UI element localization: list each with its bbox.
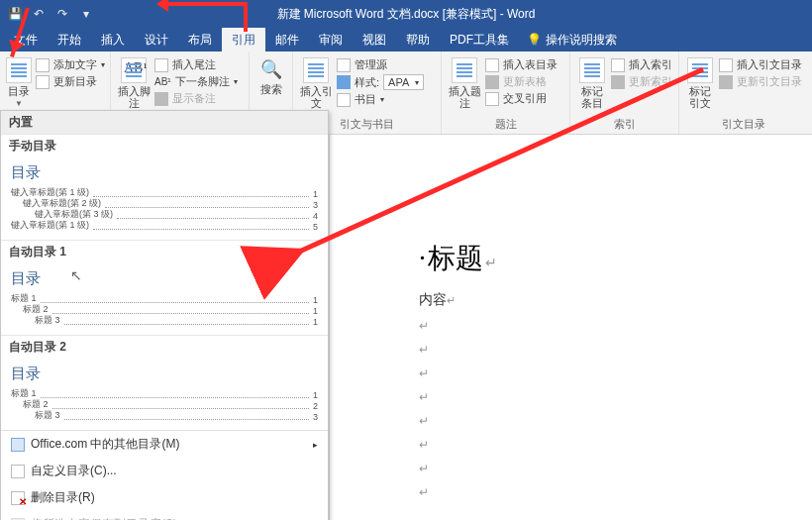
gallery-footer: Office.com 中的其他目录(M)▸ 自定义目录(C)... ✕删除目录(… [1,430,328,520]
preview-heading: 目录 [11,163,318,182]
paragraph-mark: ↵ [419,390,762,404]
cross-reference-button[interactable]: 交叉引用 [485,91,558,106]
remove-toc-label: 删除目录(R) [31,489,95,506]
qat-dropdown-icon[interactable]: ▾ [77,5,95,23]
cursor-icon: ↖ [70,267,82,283]
update-table-button[interactable]: 更新表格 [485,74,558,89]
preview-page: 5 [311,222,318,232]
caption-icon [452,57,477,83]
gallery-item-auto2[interactable]: 目录 标题 11 标题 22 标题 33 [1,359,328,430]
doc-body: 内容↵ [419,291,762,309]
add-text-button[interactable]: 添加文字▾ [36,57,105,72]
group-label-index: 索引 [570,117,678,132]
gallery-item-auto1[interactable]: ↖ 目录 标题 11 标题 21 标题 31 [1,263,328,335]
gallery-item-manual[interactable]: 目录 键入章标题(第 1 级)1 键入章标题(第 2 级)3 键入章标题(第 3… [1,157,328,240]
manage-sources-icon [337,58,351,72]
style-label: 样式: [355,75,379,90]
preview-heading: 目录 [11,364,318,383]
cross-ref-icon [485,92,499,106]
tab-home[interactable]: 开始 [48,28,91,52]
group-label-captions: 题注 [442,117,569,132]
custom-toc-label: 自定义目录(C)... [31,463,117,479]
toc-button-label: 目录 [8,85,30,97]
office-more-toc-button[interactable]: Office.com 中的其他目录(M)▸ [1,431,328,458]
mark-citation-label: 标记引文 [685,85,715,109]
footnote-icon: AB¹ [121,57,147,83]
show-notes-icon [154,92,168,106]
undo-icon[interactable]: ↶ [30,5,48,23]
update-toc-button[interactable]: 更新目录 [36,74,105,89]
gallery-item-auto2-header: 自动目录 2 [1,335,328,359]
insert-table-figures-button[interactable]: 插入表目录 [485,57,558,72]
preview-page: 1 [311,295,318,305]
gallery-item-manual-header: 手动目录 [1,134,328,157]
update-toc-icon [36,75,50,89]
tab-insert[interactable]: 插入 [91,28,135,52]
update-index-label: 更新索引 [629,74,672,89]
bibliography-button[interactable]: 书目▾ [337,92,424,107]
insert-toa-label: 插入引文目录 [737,57,802,72]
toc-icon [6,57,32,83]
preview-line: 标题 3 [11,409,62,422]
manage-sources-button[interactable]: 管理源 [337,57,424,72]
paragraph-mark: ↵ [419,462,762,475]
paragraph-mark: ↵ [419,319,762,333]
insert-toa-icon [719,58,733,72]
table-figures-icon [485,58,499,72]
paragraph-mark: ↵ [419,485,762,499]
doc-heading: 标题 [419,240,762,277]
update-toa-button[interactable]: 更新引文目录 [719,74,802,89]
title-bar: 💾 ↶ ↷ ▾ 新建 Microsoft Word 文档.docx [兼容模式]… [0,0,812,28]
tab-layout[interactable]: 布局 [178,28,222,52]
group-captions: 插入题注 插入表目录 更新表格 交叉引用 题注 [442,52,570,134]
insert-index-icon [611,58,625,72]
toc-gallery-dropdown: 内置 手动目录 目录 键入章标题(第 1 级)1 键入章标题(第 2 级)3 键… [0,110,329,520]
show-notes-button[interactable]: 显示备注 [154,91,238,106]
redo-icon[interactable]: ↷ [53,5,71,23]
tab-help[interactable]: 帮助 [396,28,440,52]
save-icon[interactable]: 💾 [6,5,24,23]
insert-index-button[interactable]: 插入索引 [611,57,672,72]
document-area[interactable]: 标题 内容↵ ↵ ↵ ↵ ↵ ↵ ↵ ↵ ↵ [329,135,812,520]
office-icon [11,438,25,452]
cross-reference-label: 交叉引用 [503,91,547,106]
preview-page: 3 [311,412,318,422]
office-more-label: Office.com 中的其他目录(M) [31,436,179,453]
insert-toa-button[interactable]: 插入引文目录 [719,57,802,72]
remove-toc-button[interactable]: ✕删除目录(R) [1,484,328,511]
tab-review[interactable]: 审阅 [309,28,353,52]
update-index-icon [611,75,625,89]
tab-file[interactable]: 文件 [4,28,48,52]
endnote-icon [154,58,168,72]
style-select[interactable]: 样式:APA▾ [337,74,424,90]
preview-line: 标题 3 [11,314,62,327]
tell-me-search[interactable]: 💡 操作说明搜索 [527,28,617,52]
tab-mailings[interactable]: 邮件 [265,28,309,52]
tab-view[interactable]: 视图 [353,28,396,52]
paragraph-mark: ↵ [419,414,762,428]
tab-pdf[interactable]: PDF工具集 [440,28,519,52]
preview-page: 2 [311,401,318,411]
save-gallery-label: 将所选内容保存到目录库(S)... [31,516,187,520]
update-toc-label: 更新目录 [53,74,97,89]
window-title: 新建 Microsoft Word 文档.docx [兼容模式] - Word [277,6,536,23]
style-icon [337,75,351,89]
add-text-label: 添加文字 [53,57,97,72]
insert-table-figures-label: 插入表目录 [503,57,558,72]
preview-page: 3 [311,200,318,210]
group-index: 标记条目 插入索引 更新索引 索引 [570,52,679,134]
ribbon-tabs: 文件 开始 插入 设计 布局 引用 邮件 审阅 视图 帮助 PDF工具集 💡 操… [0,28,812,52]
custom-toc-button[interactable]: 自定义目录(C)... [1,458,328,484]
tab-references[interactable]: 引用 [222,28,265,52]
insert-endnote-button[interactable]: 插入尾注 [154,57,238,72]
paragraph-mark: ↵ [419,438,762,452]
preview-heading: 目录 [11,269,318,288]
update-index-button[interactable]: 更新索引 [611,74,672,89]
paragraph-mark: ↵ [419,366,762,380]
preview-page: 1 [311,317,318,327]
next-footnote-button[interactable]: AB¹下一条脚注▾ [154,74,238,89]
mark-entry-icon [579,57,605,83]
tab-design[interactable]: 设计 [135,28,178,52]
group-label-toa: 引文目录 [679,117,808,132]
preview-page: 1 [311,189,318,199]
